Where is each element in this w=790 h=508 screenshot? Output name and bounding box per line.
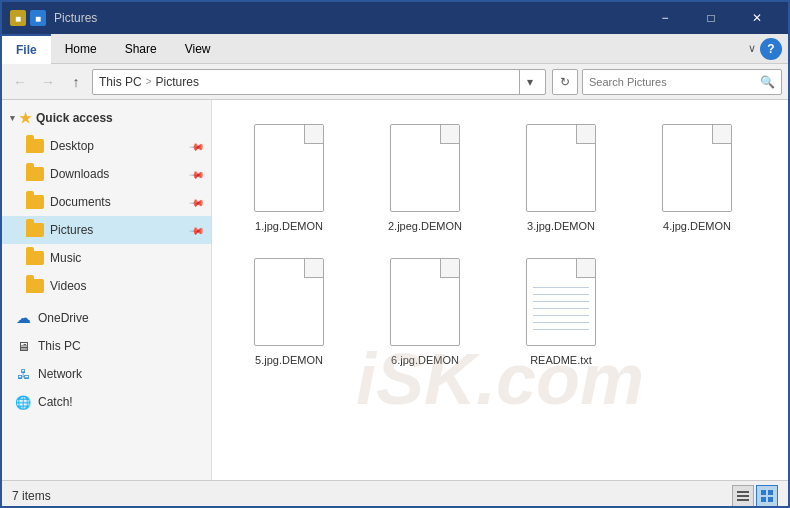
music-folder-icon <box>26 249 44 267</box>
help-button[interactable]: ? <box>760 38 782 60</box>
downloads-pin-icon: 📌 <box>189 166 205 182</box>
file-item-3[interactable]: 3.jpg.DEMON <box>496 112 626 240</box>
file-name-2: 2.jpeg.DEMON <box>388 220 462 232</box>
svg-rect-1 <box>737 495 749 497</box>
sidebar-item-videos-label: Videos <box>50 279 86 293</box>
downloads-folder-icon <box>26 165 44 183</box>
file-name-4: 4.jpg.DEMON <box>663 220 731 232</box>
sidebar-item-network-label: Network <box>38 367 82 381</box>
svg-rect-6 <box>768 497 773 502</box>
sidebar-item-network[interactable]: 🖧 Network <box>2 360 211 388</box>
pictures-folder-icon <box>26 221 44 239</box>
network-icon: 🖧 <box>14 365 32 383</box>
up-button[interactable]: ↑ <box>64 70 88 94</box>
quick-access-chevron: ▾ <box>10 113 15 123</box>
file-icon-7 <box>521 254 601 350</box>
file-item-5[interactable]: 5.jpg.DEMON <box>224 246 354 374</box>
search-icon: 🔍 <box>760 75 775 89</box>
sidebar-item-catch-label: Catch! <box>38 395 73 409</box>
forward-button[interactable]: → <box>36 70 60 94</box>
documents-folder-icon <box>26 193 44 211</box>
videos-folder-icon <box>26 277 44 295</box>
sidebar-item-onedrive-label: OneDrive <box>38 311 89 325</box>
sidebar-item-desktop-label: Desktop <box>50 139 94 153</box>
maximize-button[interactable]: □ <box>688 2 734 34</box>
item-count: 7 items <box>12 489 51 503</box>
file-grid: 1.jpg.DEMON 2.jpeg.DEMON 3.jpg.DEMON <box>220 108 780 378</box>
sidebar-item-videos[interactable]: Videos <box>2 272 211 300</box>
file-icon-2 <box>385 120 465 216</box>
sidebar-item-desktop[interactable]: Desktop 📌 <box>2 132 211 160</box>
title-icon-blue: ■ <box>30 10 46 26</box>
sidebar-item-documents[interactable]: Documents 📌 <box>2 188 211 216</box>
sidebar-item-catch[interactable]: 🌐 Catch! <box>2 388 211 416</box>
desktop-folder-icon <box>26 137 44 155</box>
file-name-1: 1.jpg.DEMON <box>255 220 323 232</box>
quick-access-label: Quick access <box>36 111 113 125</box>
svg-rect-4 <box>768 490 773 495</box>
details-view-button[interactable] <box>732 485 754 507</box>
file-icon-5 <box>249 254 329 350</box>
title-icon-yellow: ■ <box>10 10 26 26</box>
breadcrumb: This PC > Pictures <box>99 75 515 89</box>
file-icon-3 <box>521 120 601 216</box>
sidebar-item-documents-label: Documents <box>50 195 111 209</box>
catch-icon: 🌐 <box>14 393 32 411</box>
menu-tab-home[interactable]: Home <box>51 34 111 64</box>
address-dropdown-button[interactable]: ▾ <box>519 69 539 95</box>
file-name-6: 6.jpg.DEMON <box>391 354 459 366</box>
sidebar-item-onedrive[interactable]: ☁ OneDrive <box>2 304 211 332</box>
search-bar[interactable]: 🔍 <box>582 69 782 95</box>
menu-tab-file[interactable]: File <box>2 34 51 64</box>
file-item-2[interactable]: 2.jpeg.DEMON <box>360 112 490 240</box>
title-bar: ■ ■ Pictures − □ ✕ <box>2 2 788 34</box>
sidebar-item-downloads-label: Downloads <box>50 167 109 181</box>
thispc-icon: 🖥 <box>14 337 32 355</box>
address-bar[interactable]: This PC > Pictures ▾ <box>92 69 546 95</box>
file-item-4[interactable]: 4.jpg.DEMON <box>632 112 762 240</box>
breadcrumb-current[interactable]: Pictures <box>156 75 199 89</box>
breadcrumb-this-pc[interactable]: This PC <box>99 75 142 89</box>
pictures-pin-icon: 📌 <box>189 222 205 238</box>
file-name-3: 3.jpg.DEMON <box>527 220 595 232</box>
sidebar-item-music-label: Music <box>50 251 81 265</box>
menu-tab-view[interactable]: View <box>171 34 225 64</box>
toolbar: ← → ↑ This PC > Pictures ▾ ↻ 🔍 <box>2 64 788 100</box>
onedrive-icon: ☁ <box>14 309 32 327</box>
sidebar: ▾ ★ Quick access Desktop 📌 Downloads 📌 <box>2 100 212 480</box>
large-icons-view-button[interactable] <box>756 485 778 507</box>
file-item-1[interactable]: 1.jpg.DEMON <box>224 112 354 240</box>
file-icon-1 <box>249 120 329 216</box>
svg-rect-5 <box>761 497 766 502</box>
back-button[interactable]: ← <box>8 70 32 94</box>
sidebar-item-thispc[interactable]: 🖥 This PC <box>2 332 211 360</box>
search-input[interactable] <box>589 76 756 88</box>
sidebar-item-music[interactable]: Music <box>2 244 211 272</box>
desktop-pin-icon: 📌 <box>189 138 205 154</box>
file-item-7[interactable]: README.txt <box>496 246 626 374</box>
documents-pin-icon: 📌 <box>189 194 205 210</box>
file-icon-6 <box>385 254 465 350</box>
file-name-5: 5.jpg.DEMON <box>255 354 323 366</box>
menu-tab-share[interactable]: Share <box>111 34 171 64</box>
menu-expand-icon[interactable]: ∨ <box>748 42 756 55</box>
file-item-6[interactable]: 6.jpg.DEMON <box>360 246 490 374</box>
sidebar-item-downloads[interactable]: Downloads 📌 <box>2 160 211 188</box>
close-button[interactable]: ✕ <box>734 2 780 34</box>
sidebar-item-thispc-label: This PC <box>38 339 81 353</box>
breadcrumb-separator: > <box>146 76 152 87</box>
menu-bar: File Home Share View ∨ ? <box>2 34 788 64</box>
content-area: iSK.com 1.jpg.DEMON 2.jpeg.DEMON <box>212 100 788 480</box>
title-bar-icons: ■ ■ <box>10 10 46 26</box>
main-area: ▾ ★ Quick access Desktop 📌 Downloads 📌 <box>2 100 788 480</box>
sidebar-item-pictures[interactable]: Pictures 📌 <box>2 216 211 244</box>
file-icon-4 <box>657 120 737 216</box>
quick-access-header[interactable]: ▾ ★ Quick access <box>2 104 211 132</box>
window-title: Pictures <box>54 11 642 25</box>
status-bar: 7 items <box>2 480 788 508</box>
svg-rect-3 <box>761 490 766 495</box>
quick-access-star-icon: ★ <box>19 110 32 126</box>
minimize-button[interactable]: − <box>642 2 688 34</box>
refresh-button[interactable]: ↻ <box>552 69 578 95</box>
window-controls: − □ ✕ <box>642 2 780 34</box>
